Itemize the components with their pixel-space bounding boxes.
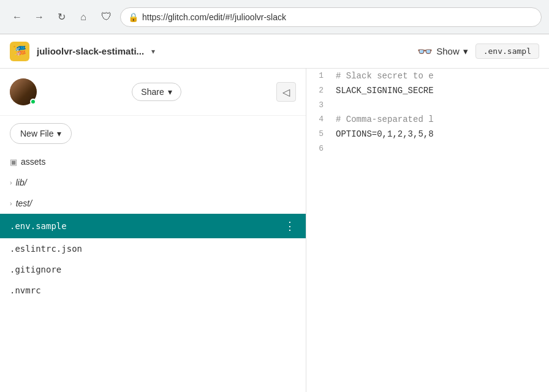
nav-buttons: ← → ↻ ⌂ bbox=[7, 7, 93, 27]
code-line: 5 OPTIONS=0,1,2,3,5,8 bbox=[306, 127, 549, 141]
list-item[interactable]: › test/ bbox=[0, 193, 306, 214]
line-number: 1 bbox=[306, 69, 331, 83]
collapse-icon: ◁ bbox=[282, 86, 290, 98]
line-code bbox=[331, 141, 549, 156]
code-line: 3 bbox=[306, 98, 549, 112]
code-line: 1 # Slack secret to e bbox=[306, 69, 549, 83]
sidebar-actions: New File ▾ bbox=[0, 116, 306, 151]
line-number: 6 bbox=[306, 141, 331, 156]
new-file-dropdown-icon: ▾ bbox=[57, 129, 61, 138]
sidebar: Share ▾ ◁ New File ▾ ▣ assets › lib/ bbox=[0, 69, 306, 392]
avatar-wrapper bbox=[10, 78, 37, 105]
list-item[interactable]: › lib/ bbox=[0, 172, 306, 193]
new-file-button[interactable]: New File ▾ bbox=[10, 123, 72, 144]
new-file-label: New File bbox=[20, 129, 53, 138]
main-layout: Share ▾ ◁ New File ▾ ▣ assets › lib/ bbox=[0, 69, 549, 392]
collapse-sidebar-button[interactable]: ◁ bbox=[276, 82, 296, 102]
line-code: # Slack secret to e bbox=[331, 69, 549, 83]
show-button[interactable]: 👓 Show ▾ bbox=[417, 44, 468, 59]
file-options-icon[interactable]: ⋮ bbox=[284, 219, 296, 233]
list-item[interactable]: .gitignore bbox=[0, 259, 306, 280]
forward-button[interactable]: → bbox=[29, 7, 49, 27]
title-dropdown-icon[interactable]: ▾ bbox=[151, 47, 155, 56]
reload-button[interactable]: ↻ bbox=[51, 7, 71, 27]
list-item[interactable]: .nvmrc bbox=[0, 280, 306, 301]
line-number: 4 bbox=[306, 112, 331, 127]
asset-icon: ▣ bbox=[10, 157, 17, 167]
logo-emoji: 🎏 bbox=[13, 45, 26, 58]
back-button[interactable]: ← bbox=[7, 7, 27, 27]
code-panel[interactable]: 1 # Slack secret to e 2 SLACK_SIGNING_SE… bbox=[306, 69, 549, 392]
code-content: 1 # Slack secret to e 2 SLACK_SIGNING_SE… bbox=[306, 69, 549, 156]
env-tab[interactable]: .env.sampl bbox=[475, 43, 539, 59]
shield-icon: 🛡 bbox=[98, 9, 115, 26]
app-title: julioolvr-slack-estimati... bbox=[37, 46, 144, 56]
line-code bbox=[331, 98, 549, 112]
lock-icon: 🔒 bbox=[128, 12, 138, 22]
line-code: SLACK_SIGNING_SECRE bbox=[331, 83, 549, 98]
line-number: 3 bbox=[306, 98, 331, 112]
line-code: OPTIONS=0,1,2,3,5,8 bbox=[331, 127, 549, 141]
file-name: .eslintrc.json bbox=[10, 244, 296, 254]
show-label: Show bbox=[436, 46, 460, 56]
code-line: 4 # Comma-separated l bbox=[306, 112, 549, 127]
list-item[interactable]: .env.sample ⋮ bbox=[0, 214, 306, 238]
glasses-icon: 👓 bbox=[417, 44, 433, 59]
file-name: test/ bbox=[16, 198, 296, 208]
browser-chrome: ← → ↻ ⌂ 🛡 🔒 https://glitch.com/edit/#!/j… bbox=[0, 0, 549, 34]
line-code: # Comma-separated l bbox=[331, 112, 549, 127]
file-name: assets bbox=[21, 157, 296, 167]
url-text: https://glitch.com/edit/#!/julioolvr-sla… bbox=[142, 12, 286, 22]
line-number: 5 bbox=[306, 127, 331, 141]
app-header: 🎏 julioolvr-slack-estimati... ▾ 👓 Show ▾… bbox=[0, 34, 549, 69]
code-line: 6 bbox=[306, 141, 549, 156]
app-logo: 🎏 bbox=[10, 42, 29, 61]
file-name: .env.sample bbox=[10, 221, 281, 231]
file-list: ▣ assets › lib/ › test/ .env.sample ⋮ .e… bbox=[0, 151, 306, 392]
online-status-dot bbox=[30, 99, 36, 105]
home-button[interactable]: ⌂ bbox=[74, 7, 93, 27]
sidebar-top: Share ▾ ◁ bbox=[0, 69, 306, 116]
line-number: 2 bbox=[306, 83, 331, 98]
chevron-icon: › bbox=[10, 200, 12, 207]
show-dropdown-icon: ▾ bbox=[463, 46, 468, 57]
share-dropdown-icon: ▾ bbox=[168, 87, 172, 97]
file-name: lib/ bbox=[16, 178, 296, 187]
file-name: .gitignore bbox=[10, 265, 296, 274]
address-bar[interactable]: 🔒 https://glitch.com/edit/#!/julioolvr-s… bbox=[120, 7, 542, 27]
chevron-icon: › bbox=[10, 179, 12, 186]
list-item[interactable]: .eslintrc.json bbox=[0, 238, 306, 259]
file-name: .nvmrc bbox=[10, 285, 296, 295]
share-label: Share bbox=[141, 87, 164, 97]
list-item[interactable]: ▣ assets bbox=[0, 151, 306, 172]
share-button[interactable]: Share ▾ bbox=[132, 83, 181, 101]
code-line: 2 SLACK_SIGNING_SECRE bbox=[306, 83, 549, 98]
